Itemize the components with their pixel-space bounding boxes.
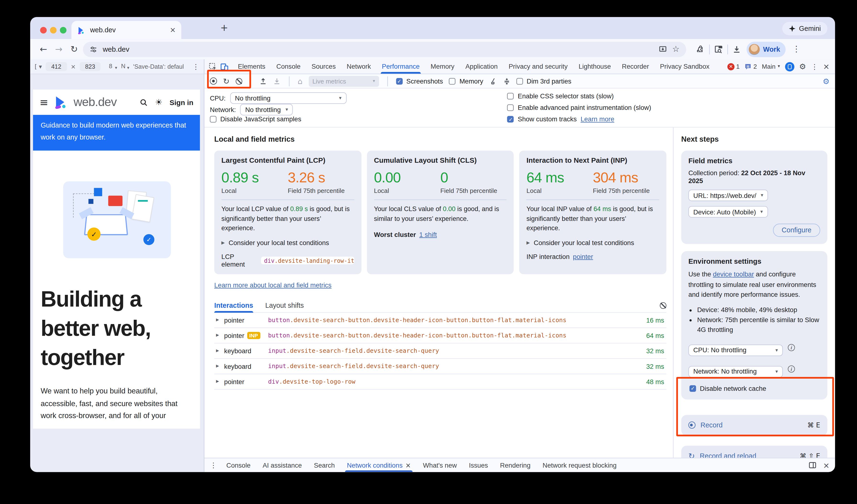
- collapse-icon[interactable]: [503, 77, 510, 85]
- panel-settings-icon[interactable]: ⚙: [823, 77, 829, 85]
- screenshots-checkbox[interactable]: Screenshots: [396, 77, 443, 85]
- drawer-close-icon[interactable]: ×: [823, 461, 829, 469]
- info-icon[interactable]: i: [788, 344, 795, 351]
- site-logo-text[interactable]: web.dev: [74, 95, 117, 110]
- lcp-element-code[interactable]: div.devsite-landing-row-ite…: [261, 256, 354, 264]
- advanced-paint-checkbox[interactable]: Enable advanced paint instrumentation (s…: [507, 104, 651, 112]
- env-network-select[interactable]: Network: No throttling ▾: [688, 366, 783, 377]
- tab-memory[interactable]: Memory: [426, 60, 459, 74]
- record-button[interactable]: Record ⌘ E: [681, 415, 827, 436]
- custom-tracks-learn-more-link[interactable]: Learn more: [581, 115, 615, 123]
- interaction-row[interactable]: ▶ keyboard input.devsite-search-field.de…: [214, 343, 667, 359]
- record-icon[interactable]: [210, 78, 217, 85]
- device-select[interactable]: [ ▾: [35, 63, 42, 69]
- cpu-throttle-select[interactable]: No throttling ▾: [230, 93, 347, 104]
- network-throttle-select[interactable]: No throttling ▾: [240, 104, 293, 115]
- drawer-tab-search[interactable]: Search: [309, 458, 340, 472]
- interaction-row[interactable]: ▶ pointer div.devsite-top-logo-row 48 ms: [214, 374, 667, 390]
- device-toolbar-link[interactable]: device toolbar: [713, 270, 754, 278]
- viewport-width-input[interactable]: 412: [46, 62, 67, 71]
- throttle-select[interactable]: N ▾: [121, 63, 130, 70]
- drawer-tab-ai-assistance[interactable]: AI assistance: [258, 458, 307, 472]
- drawer-tab-whats-new[interactable]: What's new: [418, 458, 462, 472]
- tab-application[interactable]: Application: [460, 60, 503, 74]
- drawer-tab-issues[interactable]: Issues: [464, 458, 493, 472]
- window-zoom-button[interactable]: [60, 27, 67, 34]
- gc-brush-icon[interactable]: [489, 77, 497, 85]
- caret-right-icon[interactable]: ▶: [214, 380, 221, 384]
- inp-expander[interactable]: ▶ Consider your local test conditions: [526, 239, 659, 247]
- viewport-height-input[interactable]: 823: [80, 62, 101, 71]
- css-selector-stats-checkbox[interactable]: Enable CSS selector stats (slow): [507, 93, 651, 100]
- new-tab-button[interactable]: +: [220, 23, 228, 32]
- tab-lighthouse[interactable]: Lighthouse: [574, 60, 616, 74]
- devtools-close-icon[interactable]: ×: [823, 63, 829, 70]
- extensions-icon[interactable]: [696, 45, 705, 54]
- profile-button[interactable]: Work: [747, 41, 786, 57]
- site-menu-icon[interactable]: ≡: [39, 97, 48, 107]
- device-mode-badge[interactable]: [785, 62, 794, 71]
- interaction-row[interactable]: ▶ pointer INP button.devsite-search-butt…: [214, 328, 667, 343]
- tab-network[interactable]: Network: [342, 60, 376, 74]
- inspect-icon[interactable]: [209, 63, 217, 71]
- record-reload-icon[interactable]: ↻: [223, 77, 230, 85]
- disable-network-cache-checkbox[interactable]: Disable network cache: [690, 385, 820, 392]
- omnibox[interactable]: web.dev ☆: [83, 41, 686, 57]
- tab-elements[interactable]: Elements: [233, 60, 270, 74]
- tab-interactions[interactable]: Interactions: [214, 299, 253, 312]
- drawer-tab-console[interactable]: Console: [221, 458, 255, 472]
- site-settings-icon[interactable]: [89, 45, 97, 53]
- promo-banner[interactable]: Guidance to build modern web experiences…: [33, 115, 200, 151]
- search-tabs-icon[interactable]: [714, 45, 723, 54]
- back-icon[interactable]: ←: [37, 45, 50, 54]
- field-url-select[interactable]: URL: https://web.dev/ ▾: [688, 189, 768, 201]
- tab-privacy-security[interactable]: Privacy and security: [504, 60, 573, 74]
- device-toolbar-icon[interactable]: [220, 63, 229, 71]
- clear-icon[interactable]: [235, 78, 242, 84]
- drawer-tab-rendering[interactable]: Rendering: [495, 458, 535, 472]
- context-selector[interactable]: Main ▾: [762, 63, 780, 70]
- browser-tab[interactable]: web.dev ×: [71, 21, 181, 39]
- caret-right-icon[interactable]: ▶: [214, 318, 221, 322]
- drawer-tab-network-request-blocking[interactable]: Network request blocking: [538, 458, 622, 472]
- tab-layout-shifts[interactable]: Layout shifts: [265, 299, 304, 312]
- issue-count[interactable]: 2: [744, 63, 757, 70]
- env-cpu-select[interactable]: CPU: No throttling ▾: [688, 345, 783, 356]
- tab-privacy-sandbox[interactable]: Privacy Sandbox: [655, 60, 715, 74]
- dim-3rd-parties-checkbox[interactable]: Dim 3rd parties: [516, 77, 571, 85]
- clear-log-icon[interactable]: [660, 302, 667, 309]
- close-icon[interactable]: ×: [405, 462, 411, 469]
- inp-interaction-link[interactable]: pointer: [573, 253, 593, 261]
- configure-button[interactable]: Configure: [773, 224, 820, 237]
- error-count[interactable]: ✕ 1: [727, 63, 740, 70]
- caret-right-icon[interactable]: ▶: [214, 365, 221, 368]
- install-icon[interactable]: [658, 45, 667, 53]
- custom-tracks-checkbox[interactable]: Show custom tracks Learn more: [507, 115, 651, 123]
- load-profile-icon[interactable]: [259, 77, 267, 85]
- learn-more-metrics-link[interactable]: Learn more about local and field metrics: [214, 282, 332, 289]
- caret-right-icon[interactable]: ▶: [214, 349, 221, 353]
- devtools-menu-icon[interactable]: ⋮: [811, 63, 818, 70]
- device-toolbar-menu-icon[interactable]: ⋮: [192, 63, 200, 70]
- browser-menu-icon[interactable]: ⋮: [792, 45, 800, 53]
- window-minimize-button[interactable]: [50, 27, 57, 34]
- split-panel-icon[interactable]: [809, 461, 817, 469]
- tab-performance[interactable]: Performance: [377, 60, 424, 74]
- caret-right-icon[interactable]: ▶: [214, 334, 221, 337]
- gemini-button[interactable]: Gemini: [783, 22, 827, 35]
- devtools-settings-icon[interactable]: ⚙: [799, 63, 806, 70]
- tab-close-icon[interactable]: ×: [170, 26, 176, 34]
- lcp-expander[interactable]: ▶ Consider your local test conditions: [221, 239, 354, 247]
- zoom-select[interactable]: 8 ▾: [109, 63, 117, 70]
- memory-checkbox[interactable]: Memory: [449, 77, 483, 85]
- bookmark-star-icon[interactable]: ☆: [672, 45, 680, 53]
- drawer-menu-icon[interactable]: ⋮: [210, 461, 217, 469]
- save-profile-icon[interactable]: [273, 77, 281, 85]
- window-close-button[interactable]: [40, 27, 47, 34]
- forward-icon[interactable]: →: [52, 45, 65, 54]
- interaction-row[interactable]: ▶ keyboard input.devsite-search-field.de…: [214, 359, 667, 374]
- theme-toggle-icon[interactable]: ☀: [155, 98, 163, 106]
- search-icon[interactable]: [140, 98, 148, 106]
- reload-icon[interactable]: ↻: [67, 45, 81, 54]
- drawer-tab-network-conditions[interactable]: Network conditions ×: [342, 458, 416, 472]
